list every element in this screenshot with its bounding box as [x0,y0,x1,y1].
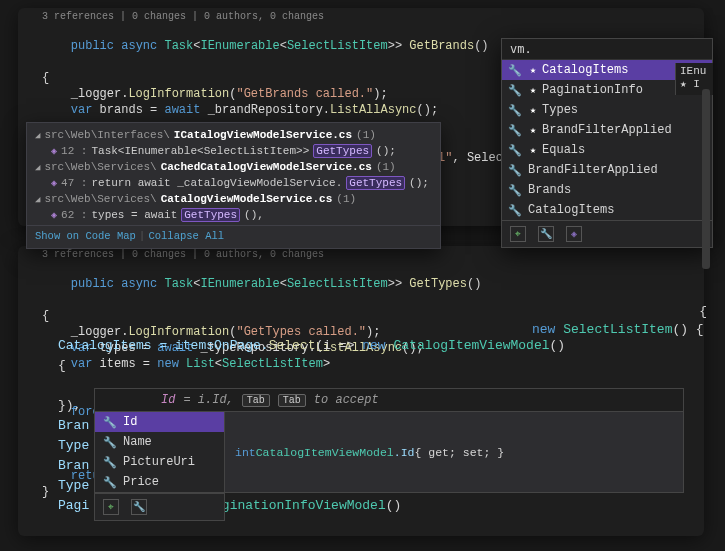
star-icon: ★ [530,84,536,96]
target-icon[interactable]: ⌖ [510,226,526,242]
intellisense-item[interactable]: 🔧★Types [502,100,712,120]
intellisense-item-label: Equals [542,143,706,157]
intellisense-list[interactable]: 🔧Id🔧Name🔧PictureUri🔧Price [95,412,225,492]
wrench-icon: 🔧 [508,164,522,177]
star-icon: ★ [530,144,536,156]
intellisense-item-label: BrandFilterApplied [542,123,706,137]
background-code-fragment: new SelectListItem() { [532,322,704,337]
collapse-all-link[interactable]: Collapse All [148,230,224,242]
intellisense-popup[interactable]: vm. 🔧★CatalogItems🔧★PaginationInfo🔧★Type… [501,38,713,248]
intellisense-item-label: CatalogItems [528,203,706,217]
scrollbar-thumb[interactable] [702,89,710,269]
intellisense-item-label: Brands [528,183,706,197]
intellisense-item[interactable]: 🔧BrandFilterApplied [502,160,712,180]
keyword: public [71,39,114,53]
intellisense-item[interactable]: 🔧Name [95,432,224,452]
star-icon: ★ [530,64,536,76]
codelens-row[interactable]: 3 references | 0 changes | 0 authors, 0 … [18,8,704,22]
intellisense-item[interactable]: 🔧Id [95,412,224,432]
intellisense-item[interactable]: 🔧PictureUri [95,452,224,472]
intellisense-item[interactable]: 🔧CatalogItems [502,200,712,220]
wrench-icon[interactable]: 🔧 [131,499,147,515]
intellisense-item-label: Name [123,435,216,449]
star-icon: ★ [530,124,536,136]
member-icon: ◈ [51,209,57,221]
ref-file-row[interactable]: ◢src\Web\Services\CatalogViewModelServic… [27,191,440,207]
wrench-icon[interactable]: 🔧 [538,226,554,242]
member-icon: ◈ [51,145,57,157]
intellisense-item-label: Price [123,475,216,489]
cube-icon[interactable]: ◈ [566,226,582,242]
wrench-icon: 🔧 [103,416,117,429]
star-icon: ★ [530,104,536,116]
show-on-code-map-link[interactable]: Show on Code Map [35,230,136,242]
ref-file-row[interactable]: ◢src\Web\Services\CachedCatalogViewModel… [27,159,440,175]
tab-key-badge: Tab [242,394,270,407]
intellisense-filter[interactable]: vm. [502,39,712,60]
expand-icon[interactable]: ◢ [35,162,40,173]
member-icon: ◈ [51,177,57,189]
ref-file-row[interactable]: ◢src\Web\Interfaces\ICatalogViewModelSer… [27,127,440,143]
intellisense-tooltip: int CatalogItemViewModel.Id { get; set; … [225,412,683,492]
inline-suggestion-hint: Id = i.Id, Tab Tab to accept [94,388,684,412]
intellisense-item[interactable]: 🔧★BrandFilterApplied [502,120,712,140]
wrench-icon: 🔧 [508,104,522,117]
ref-result-row[interactable]: ◈47 : return await _catalogViewModelServ… [27,175,440,191]
intellisense-item-label: BrandFilterApplied [528,163,706,177]
find-references-popup[interactable]: ◢src\Web\Interfaces\ICatalogViewModelSer… [26,122,441,249]
intellisense-item-label: Id [123,415,216,429]
ref-result-row[interactable]: ◈12 : Task<IEnumerable<SelectListItem>> … [27,143,440,159]
wrench-icon: 🔧 [508,84,522,97]
intellisense-inline-popup[interactable]: Id = i.Id, Tab Tab to accept 🔧Id🔧Name🔧Pi… [94,388,684,521]
wrench-icon: 🔧 [508,124,522,137]
intellisense-item-label: PictureUri [123,455,216,469]
wrench-icon: 🔧 [103,436,117,449]
expand-icon[interactable]: ◢ [35,194,40,205]
refs-footer: Show on Code Map|Collapse All [27,225,440,244]
code-line: public async Task<IEnumerable<SelectList… [18,260,704,308]
wrench-icon: 🔧 [508,64,522,77]
wrench-icon: 🔧 [508,184,522,197]
intellisense-footer: ⌖ 🔧 ◈ [502,220,712,247]
target-icon[interactable]: ⌖ [103,499,119,515]
intellisense-item-label: Types [542,103,706,117]
background-code-fragment: { [699,304,707,319]
intellisense-item[interactable]: 🔧★Equals [502,140,712,160]
tab-key-badge: Tab [278,394,306,407]
intellisense-footer: ⌖ 🔧 [94,493,225,521]
wrench-icon: 🔧 [103,456,117,469]
wrench-icon: 🔧 [508,204,522,217]
expand-icon[interactable]: ◢ [35,130,40,141]
intellisense-item[interactable]: 🔧Brands [502,180,712,200]
ref-result-row[interactable]: ◈62 : types = await GetTypes(), [27,207,440,223]
wrench-icon: 🔧 [103,476,117,489]
intellisense-item[interactable]: 🔧Price [95,472,224,492]
wrench-icon: 🔧 [508,144,522,157]
